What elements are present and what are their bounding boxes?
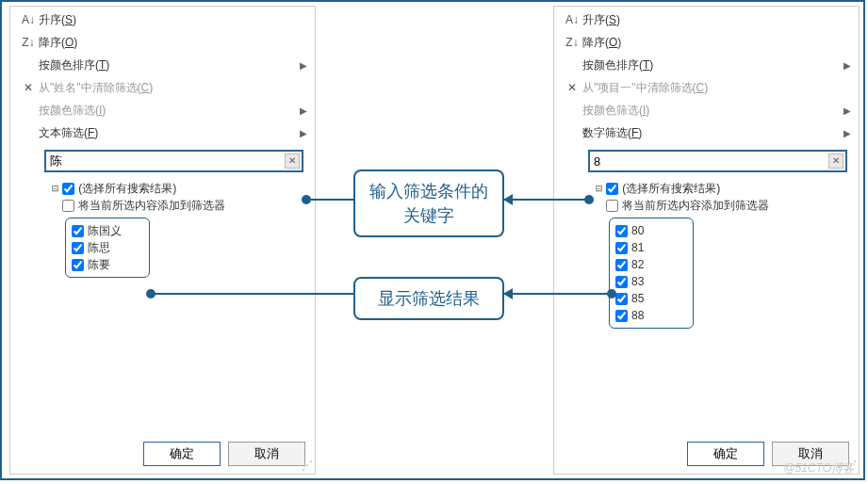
filter-by-color-label: 按颜色筛选(I) bbox=[582, 103, 843, 119]
list-item[interactable]: 陈要 bbox=[72, 256, 143, 273]
footer: 确定 取消 bbox=[143, 442, 305, 466]
add-current-label: 将当前所选内容添加到筛选器 bbox=[622, 197, 769, 214]
text-filter[interactable]: 文本筛选(F) ▶ bbox=[10, 121, 315, 144]
clear-filter: ✕ 从"项目一"中清除筛选(C) bbox=[554, 76, 859, 99]
result-box-right: 80 81 82 83 85 88 bbox=[609, 218, 694, 329]
list-item[interactable]: 陈思 bbox=[72, 239, 143, 256]
sort-asc[interactable]: A↓ 升序(S) bbox=[554, 8, 859, 31]
collapse-icon[interactable]: ⊟ bbox=[596, 180, 602, 197]
list-item[interactable]: 80 bbox=[615, 222, 687, 239]
add-current-checkbox[interactable] bbox=[62, 200, 74, 212]
filter-tree: ⊟ (选择所有搜索结果) 将当前所选内容添加到筛选器 陈国义 陈思 陈要 bbox=[48, 178, 305, 282]
clear-filter-icon: ✕ bbox=[562, 81, 582, 94]
list-item[interactable]: 85 bbox=[615, 290, 687, 307]
chevron-right-icon: ▶ bbox=[843, 105, 851, 116]
select-all-checkbox[interactable] bbox=[62, 183, 74, 195]
add-current-label: 将当前所选内容添加到筛选器 bbox=[78, 197, 225, 214]
clear-filter-icon: ✕ bbox=[18, 81, 39, 94]
connector bbox=[504, 293, 612, 295]
menu: A↓ 升序(S) Z↓ 降序(O) 按颜色排序(T) ▶ ✕ 从"项目一"中清除… bbox=[554, 7, 859, 146]
connector bbox=[504, 199, 589, 201]
search-input[interactable] bbox=[44, 150, 303, 172]
filter-tree: ⊟ (选择所有搜索结果) 将当前所选内容添加到筛选器 80 81 82 83 8… bbox=[592, 178, 849, 332]
sort-asc-icon: A↓ bbox=[18, 13, 39, 26]
chevron-right-icon: ▶ bbox=[300, 105, 307, 116]
sort-by-color-label: 按颜色排序(T) bbox=[582, 57, 843, 73]
number-filter-label: 数字筛选(F) bbox=[582, 125, 843, 141]
sort-asc-label: 升序(S) bbox=[582, 12, 851, 28]
filter-by-color: 按颜色筛选(I) ▶ bbox=[554, 99, 859, 121]
menu: A↓ 升序(S) Z↓ 降序(O) 按颜色排序(T) ▶ ✕ 从"姓名"中清除筛… bbox=[10, 7, 315, 146]
clear-filter: ✕ 从"姓名"中清除筛选(C) bbox=[10, 76, 315, 99]
sort-asc-icon: A↓ bbox=[562, 13, 582, 26]
chevron-right-icon: ▶ bbox=[843, 128, 851, 138]
resize-grip-icon[interactable]: ⋰ bbox=[302, 459, 313, 472]
sort-by-color-label: 按颜色排序(T) bbox=[39, 57, 300, 73]
clear-filter-label: 从"项目一"中清除筛选(C) bbox=[582, 80, 851, 96]
ok-button[interactable]: 确定 bbox=[687, 442, 764, 466]
clear-search-icon[interactable]: ✕ bbox=[285, 153, 300, 169]
search-wrap: ✕ bbox=[554, 146, 859, 176]
search-wrap: ✕ bbox=[10, 146, 315, 176]
connector bbox=[151, 293, 353, 295]
add-current-checkbox[interactable] bbox=[606, 200, 618, 212]
cancel-button[interactable]: 取消 bbox=[228, 442, 305, 466]
connector bbox=[306, 199, 353, 201]
search-input[interactable] bbox=[588, 150, 847, 172]
list-item[interactable]: 陈国义 bbox=[72, 222, 143, 239]
filter-by-color-label: 按颜色筛选(I) bbox=[39, 103, 300, 119]
sort-by-color[interactable]: 按颜色排序(T) ▶ bbox=[554, 54, 859, 76]
sort-asc[interactable]: A↓ 升序(S) bbox=[10, 8, 315, 31]
filter-by-color: 按颜色筛选(I) ▶ bbox=[10, 99, 315, 121]
text-filter-label: 文本筛选(F) bbox=[39, 125, 300, 141]
chevron-right-icon: ▶ bbox=[300, 60, 307, 71]
number-filter[interactable]: 数字筛选(F) ▶ bbox=[554, 121, 859, 144]
list-item[interactable]: 83 bbox=[615, 273, 687, 290]
watermark: @51CTO博客 bbox=[783, 460, 854, 476]
collapse-icon[interactable]: ⊟ bbox=[52, 180, 58, 197]
sort-desc-label: 降序(O) bbox=[39, 35, 307, 51]
list-item[interactable]: 81 bbox=[615, 239, 687, 256]
figure-canvas: A↓ 升序(S) Z↓ 降序(O) 按颜色排序(T) ▶ ✕ 从"姓名"中清除筛… bbox=[0, 0, 865, 480]
select-all-label: (选择所有搜索结果) bbox=[622, 180, 720, 197]
list-item[interactable]: 88 bbox=[615, 307, 687, 324]
chevron-right-icon: ▶ bbox=[843, 60, 851, 71]
chevron-right-icon: ▶ bbox=[300, 128, 307, 138]
filter-dropdown-left: A↓ 升序(S) Z↓ 降序(O) 按颜色排序(T) ▶ ✕ 从"姓名"中清除筛… bbox=[9, 6, 316, 475]
ok-button[interactable]: 确定 bbox=[143, 442, 221, 466]
filter-dropdown-right: A↓ 升序(S) Z↓ 降序(O) 按颜色排序(T) ▶ ✕ 从"项目一"中清除… bbox=[553, 6, 860, 475]
sort-desc-label: 降序(O) bbox=[582, 35, 851, 51]
sort-asc-label: 升序(S) bbox=[39, 12, 307, 28]
sort-desc-icon: Z↓ bbox=[18, 36, 39, 49]
sort-desc-icon: Z↓ bbox=[562, 36, 582, 49]
select-all-checkbox[interactable] bbox=[606, 183, 618, 195]
select-all-label: (选择所有搜索结果) bbox=[78, 180, 176, 197]
callout-results: 显示筛选结果 bbox=[353, 277, 504, 320]
list-item[interactable]: 82 bbox=[615, 256, 687, 273]
sort-desc[interactable]: Z↓ 降序(O) bbox=[10, 31, 315, 54]
clear-filter-label: 从"姓名"中清除筛选(C) bbox=[39, 80, 307, 96]
clear-search-icon[interactable]: ✕ bbox=[828, 153, 843, 169]
callout-keyword: 输入筛选条件的关键字 bbox=[353, 169, 504, 237]
sort-desc[interactable]: Z↓ 降序(O) bbox=[554, 31, 859, 54]
result-box-left: 陈国义 陈思 陈要 bbox=[65, 218, 150, 278]
sort-by-color[interactable]: 按颜色排序(T) ▶ bbox=[10, 54, 315, 76]
